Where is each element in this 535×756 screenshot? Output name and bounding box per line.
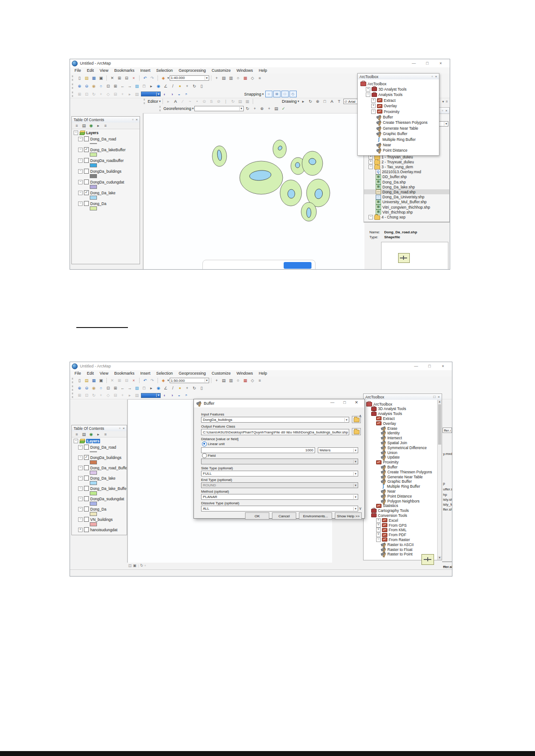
identify-icon[interactable]: ◉ <box>155 83 162 90</box>
split-icon[interactable]: | <box>222 98 229 105</box>
menu-view[interactable]: View <box>100 371 108 376</box>
toolbar-grip[interactable] <box>72 75 75 81</box>
expand-icon[interactable]: + <box>376 533 381 537</box>
menu-bar[interactable]: FileEditViewBookmarksInsertSelectionGeop… <box>70 370 452 377</box>
expand-icon[interactable]: + <box>366 87 370 92</box>
toolbar-grip[interactable] <box>72 92 75 97</box>
tree-item-polygon-neighbors[interactable]: Polygon Neighbors <box>364 498 438 503</box>
layer-visibility-checkbox[interactable] <box>84 465 89 470</box>
edit-annotation-icon[interactable]: A <box>172 98 179 105</box>
toolbar-options-icon[interactable]: ▾≡ <box>442 100 448 104</box>
tree-item-3-tao-vung-dem[interactable]: −3 - Tao_vung_dem <box>364 164 449 169</box>
layer-symbol-swatch[interactable] <box>90 522 97 526</box>
update-georeferencing-icon[interactable]: ⊞ <box>76 392 83 399</box>
arctoolbox-controls[interactable]: ▫× <box>431 74 437 79</box>
layer-color-combobox[interactable]: ▾ <box>141 393 161 398</box>
map-scale-combobox[interactable]: 1:50.000▾ <box>170 378 209 383</box>
swipe-layer-icon[interactable]: ◒ <box>175 91 183 97</box>
layer-color-combobox[interactable]: ▾ <box>141 92 161 96</box>
pan-icon[interactable]: ◉ <box>90 385 97 392</box>
layer-symbol-swatch[interactable] <box>90 491 97 495</box>
add-control-points-icon[interactable]: + <box>119 91 126 97</box>
tree-item-multiple-ring-buffer[interactable]: ʃMultiple Ring Buffer <box>358 137 439 142</box>
collapse-icon[interactable]: − <box>78 466 83 470</box>
collapse-icon[interactable]: − <box>78 158 83 163</box>
python-window-icon[interactable]: ≡ <box>256 377 263 384</box>
toc-root-layers[interactable]: −Layers <box>72 130 140 135</box>
control-points-icon[interactable]: + <box>266 105 273 112</box>
undo-icon[interactable]: ↶ <box>141 74 149 81</box>
layer-symbol-swatch[interactable] <box>90 502 97 506</box>
map-scale-combobox[interactable]: 1:40.000▾ <box>170 75 209 81</box>
full-extent-icon[interactable]: ○ <box>97 385 105 392</box>
menu-selection[interactable]: Selection <box>156 371 173 376</box>
input-features-combobox[interactable]: DongDa_buildings▾ <box>201 417 349 423</box>
menu-file[interactable]: File <box>75 371 81 376</box>
tree-item-generate-near-table[interactable]: Generate Near Table <box>364 474 438 479</box>
trace-icon[interactable]: ~ <box>186 98 193 105</box>
collapse-icon[interactable]: − <box>78 486 83 491</box>
identify-icon[interactable]: ◉ <box>155 385 162 392</box>
tree-item-analysis-tools[interactable]: Analysis Tools <box>364 411 438 416</box>
dialog-controls[interactable]: —□✕ <box>330 400 358 405</box>
forward-arrow-icon[interactable]: → <box>126 83 133 90</box>
collapse-icon[interactable]: − <box>368 165 373 169</box>
search-window-icon[interactable]: ○ <box>235 377 242 384</box>
tree-item-vitri-thichhop-shp[interactable]: ▦Vitri_thichhop.shp <box>364 210 449 214</box>
table-window-icon[interactable]: ▤ <box>220 74 228 81</box>
title-bar[interactable]: Untitled - ArcMap —□× <box>70 59 450 68</box>
layer-visibility-checkbox[interactable]: ✓ <box>84 147 89 152</box>
layer-symbol-swatch[interactable] <box>90 460 97 464</box>
compass-icon[interactable]: ◈ <box>160 74 167 81</box>
browse-output-button[interactable] <box>352 428 361 435</box>
tree-item-update[interactable]: Update <box>364 455 438 460</box>
collapse-icon[interactable]: − <box>78 201 83 206</box>
editor-menu[interactable]: Editor▾ <box>148 99 161 104</box>
tree-item-dong-da-shp[interactable]: ▦Dong_Da.shp <box>364 179 449 184</box>
hyperlink-icon[interactable]: / <box>169 83 176 90</box>
toc-layer-dong-da-lakebuffer[interactable]: −✓Dong_Da_lakeBuffer <box>72 147 140 152</box>
tree-item-graphic-buffer[interactable]: Graphic Buffer <box>358 131 439 136</box>
full-extent-icon[interactable]: ○ <box>97 83 105 90</box>
print-icon[interactable]: ▣ <box>97 377 105 384</box>
layer-visibility-checkbox[interactable] <box>84 486 89 491</box>
hyperlink-icon[interactable]: / <box>169 385 176 392</box>
collapse-icon[interactable]: − <box>78 476 83 481</box>
paste-icon[interactable]: ⊟ <box>123 74 130 81</box>
unit-combobox[interactable]: Meters▾ <box>318 447 358 453</box>
layer-symbol-swatch[interactable] <box>90 206 97 210</box>
environments-button[interactable]: Environments... <box>299 512 332 520</box>
menu-edit[interactable]: Edit <box>87 371 94 376</box>
scale-raster-icon[interactable]: ◇ <box>105 392 112 399</box>
effects-contrast-icon[interactable]: ◐ <box>161 91 168 97</box>
new-document-icon[interactable]: ▯ <box>76 377 83 384</box>
toc-layer-dong-da-lake-buffer[interactable]: −Dong_Da_lake_Buffer <box>72 486 127 491</box>
select-elements-icon[interactable]: ▸ <box>148 83 155 90</box>
straight-segment-icon[interactable]: ∕ <box>179 98 186 105</box>
tree-item-create-thiessen-polygons[interactable]: Create Thiessen Polygons <box>358 120 439 125</box>
view-link-table-icon[interactable]: ▤ <box>133 91 140 97</box>
cut-icon[interactable]: ✕ <box>109 74 116 81</box>
tree-item-4-chong-xep[interactable]: −4 - Chong xep <box>364 214 449 219</box>
end-snapping-icon[interactable]: ⊞ <box>273 91 281 97</box>
open-icon[interactable]: ▤ <box>83 377 90 384</box>
search-window-icon[interactable]: ○ <box>235 74 242 81</box>
arctoolbox-controls[interactable]: □× <box>433 395 440 399</box>
rectangle-icon[interactable]: □ <box>321 98 329 105</box>
effects-brightness-icon[interactable]: ◑ <box>168 91 175 97</box>
tree-item-excel[interactable]: +Excel <box>364 518 438 523</box>
model-builder-icon[interactable]: ◇ <box>249 74 256 81</box>
collapse-icon[interactable]: − <box>366 92 370 97</box>
menu-windows[interactable]: Windows <box>237 371 253 376</box>
tree-item-spatial-join[interactable]: Spatial Join <box>364 440 438 445</box>
auto-registration-icon[interactable]: ⊟ <box>112 91 119 97</box>
distance-value-field[interactable]: 1000 <box>201 447 315 453</box>
tree-item-generate-near-table[interactable]: Generate Near Table <box>358 126 439 131</box>
tree-item-erase[interactable]: Erase <box>364 426 438 431</box>
fixed-zoom-in-icon[interactable]: ⊡ <box>105 83 112 90</box>
effects-brightness-icon[interactable]: ◑ <box>168 392 175 399</box>
menu-geoprocessing[interactable]: Geoprocessing <box>179 371 206 376</box>
effects-contrast-icon[interactable]: ◐ <box>161 392 168 399</box>
layer-visibility-checkbox[interactable]: ✓ <box>84 455 89 460</box>
catalog-item-fragment[interactable]: ffer.sh <box>443 507 452 511</box>
